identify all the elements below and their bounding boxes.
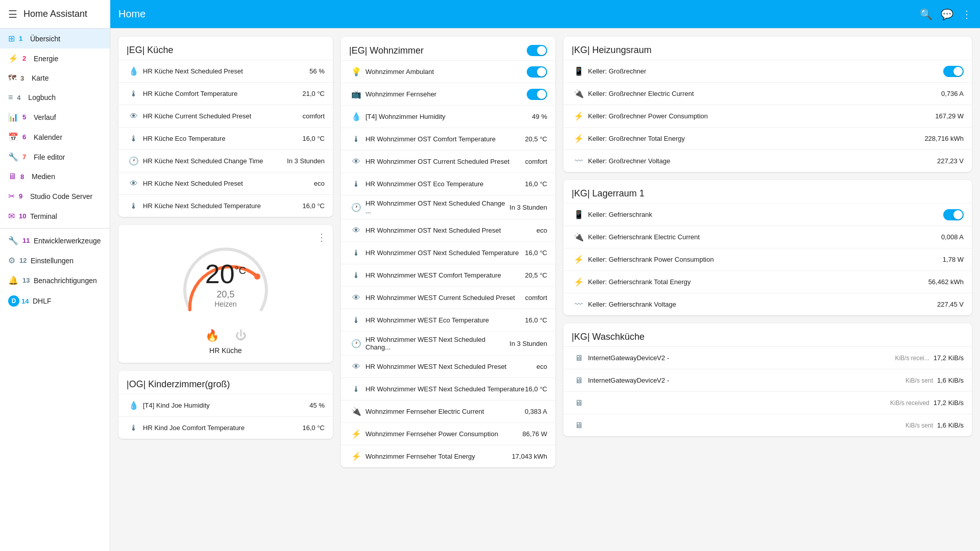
sidebar-label-medien: Medien xyxy=(32,172,55,181)
thermostat-menu-icon[interactable]: ⋮ xyxy=(316,231,327,243)
sidebar-header: ☰ Home Assistant xyxy=(0,0,110,28)
sidebar-item-kalender[interactable]: 📅 6 Kalender xyxy=(0,127,110,147)
main-content: |EG| Küche 💧 HR Küche Next Scheduled Pre… xyxy=(110,29,980,551)
sidebar-item-terminal[interactable]: ✉ 10 Terminal xyxy=(0,206,110,226)
sidebar-item-file-editor[interactable]: 🔧 7 File editor xyxy=(0,147,110,167)
card-title-og-kinderzimmer: |OG| Kinderzimmer(groß) xyxy=(118,371,333,394)
temp-icon: 🌡 xyxy=(127,134,141,143)
svg-point-0 xyxy=(254,273,260,280)
entity-row: 💧 [T4] Wohnzimmer Humidity 49 % xyxy=(341,105,555,128)
sidebar-label-studio-code: Studio Code Server xyxy=(30,192,92,201)
wave-icon: 〰 xyxy=(572,157,586,166)
sidebar-label-kalender: Kalender xyxy=(34,133,62,141)
entity-row: ⚡ Keller: Gefrierschrank Power Consumpti… xyxy=(564,248,972,270)
temp-icon: 🌡 xyxy=(349,385,363,394)
terminal-icon: ✉ xyxy=(8,211,15,221)
entity-row: 🌡 HR Kind Joe Comfort Temperature 16,0 °… xyxy=(118,416,333,439)
entity-row: 📺 Wohnzimmer Fernseher xyxy=(341,83,555,105)
avatar-icon: D xyxy=(8,295,19,307)
sidebar-item-studio-code[interactable]: ✂ 9 Studio Code Server xyxy=(0,186,110,206)
eye-icon: 👁 xyxy=(349,226,363,235)
sidebar-item-notifications[interactable]: 🔔 13 Benachrichtigungen xyxy=(0,270,110,290)
card-kg-waschkueche: |KG| Waschküche 🖥 InternetGatewayDeviceV… xyxy=(564,323,972,436)
entity-row: ⚡ Wohnzimmer Fernseher Power Consumption… xyxy=(341,422,555,445)
sidebar-item-dhlf[interactable]: D 14 DHLF xyxy=(0,290,110,312)
sidebar-item-devtools[interactable]: 🔧 11 Entwicklerwerkzeuge xyxy=(0,231,110,251)
sidebar-label-devtools: Entwicklerwerkzeuge xyxy=(34,237,101,245)
thermostat-current-temp: 20,5 xyxy=(205,289,246,300)
column-3: |KG| Heizungsraum 📱 Keller: Großrechner … xyxy=(564,37,972,543)
thermostat-power-button[interactable]: ⏻ xyxy=(235,329,247,342)
sidebar-label-logbuch: Logbuch xyxy=(28,93,56,102)
entity-row: 🖥 InternetGatewayDeviceV2 - KiB/s recei.… xyxy=(564,346,972,369)
card-kg-lagerraum: |KG| Lagerraum 1 📱 Keller: Gefrierschran… xyxy=(564,180,972,315)
wohnzimmer-main-toggle[interactable] xyxy=(527,45,547,56)
gefrierschrank-toggle[interactable] xyxy=(943,209,964,220)
list-icon: ≡ xyxy=(8,93,13,102)
entity-row: 🌡 HR Wohnzimmer OST Eco Temperature 16,0… xyxy=(341,172,555,195)
entity-row: 〰 Keller: Großrechner Voltage 227,23 V xyxy=(564,149,972,172)
network-icon: 🖥 xyxy=(572,421,586,430)
menu-icon[interactable]: ☰ xyxy=(8,8,17,20)
entity-row: ⚡ Wohnzimmer Fernseher Total Energy 17,0… xyxy=(341,445,555,467)
thermostat-heat-button[interactable]: 🔥 xyxy=(205,329,219,342)
fernseher-toggle[interactable] xyxy=(527,89,547,100)
sidebar-label-terminal: Terminal xyxy=(30,212,57,220)
card-title-row-wohnzimmer: |EG| Wohnzimmer xyxy=(341,37,555,60)
eye-icon: 👁 xyxy=(349,362,363,371)
entity-row: 👁 HR Wohnzimmer OST Current Scheduled Pr… xyxy=(341,150,555,172)
network-icon: 🖥 xyxy=(572,354,586,363)
entity-row: 🖥 KiB/s sent 1,6 KiB/s xyxy=(564,414,972,436)
sidebar-divider xyxy=(0,228,110,229)
temp-icon: 🌡 xyxy=(349,180,363,189)
sidebar-item-settings[interactable]: ⚙ 12 Einstellungen xyxy=(0,251,110,270)
entity-row: 👁 HR Wohnzimmer WEST Current Scheduled P… xyxy=(341,286,555,309)
header-icons: 🔍 💬 ⋮ xyxy=(920,8,972,20)
ambulant-toggle[interactable] xyxy=(527,66,547,78)
bolt-icon: ⚡ xyxy=(349,429,363,439)
grossrechner-toggle[interactable] xyxy=(943,66,964,77)
sidebar-label-file-editor: File editor xyxy=(34,153,65,161)
tv-icon: 📺 xyxy=(349,89,363,99)
sidebar-item-verlauf[interactable]: 📊 5 Verlauf xyxy=(0,107,110,127)
map-icon: 🗺 xyxy=(8,73,16,83)
sidebar-item-logbuch[interactable]: ≡ 4 Logbuch xyxy=(0,88,110,107)
sidebar-item-medien[interactable]: 🖥 8 Medien xyxy=(0,167,110,186)
eye-icon: 👁 xyxy=(349,157,363,166)
thermostat-controls: 🔥 ⏻ xyxy=(205,329,247,342)
card-og-kinderzimmer: |OG| Kinderzimmer(groß) 💧 [T4] Kind Joe … xyxy=(118,371,333,439)
search-icon[interactable]: 🔍 xyxy=(920,8,933,20)
sidebar-item-energie[interactable]: ⚡ 2 Energie xyxy=(0,48,110,68)
card-title-kg-heizungsraum: |KG| Heizungsraum xyxy=(564,37,972,60)
thermostat-temp: 20°C xyxy=(205,261,246,287)
grid-icon: ⊞ xyxy=(8,34,15,43)
wave-icon: 〰 xyxy=(572,300,586,309)
entity-row: 🖥 InternetGatewayDeviceV2 - KiB/s sent 1… xyxy=(564,369,972,391)
clock-icon: 🕐 xyxy=(349,203,363,212)
humidity-icon: 💧 xyxy=(127,400,141,410)
temp-icon: 🌡 xyxy=(127,89,141,98)
entity-row: 🌡 HR Wohnzimmer WEST Next Scheduled Temp… xyxy=(341,378,555,400)
bolt-icon: ⚡ xyxy=(572,134,586,143)
card-title-kg-waschkueche: |KG| Waschküche xyxy=(564,323,972,346)
entity-row: 🌡 HR Küche Eco Temperature 16,0 °C xyxy=(118,127,333,149)
entity-row: 👁 HR Küche Current Scheduled Preset comf… xyxy=(118,105,333,127)
plug-icon: 🔌 xyxy=(572,232,586,242)
bulb-icon: 💡 xyxy=(349,67,363,77)
eye-icon: 👁 xyxy=(349,293,363,303)
card-title-kg-lagerraum: |KG| Lagerraum 1 xyxy=(564,180,972,203)
more-icon[interactable]: ⋮ xyxy=(962,8,972,20)
bolt-icon: ⚡ xyxy=(572,111,586,121)
sidebar-label-notifications: Benachrichtigungen xyxy=(34,277,97,285)
entity-row: 🌡 HR Küche Next Scheduled Temperature 16… xyxy=(118,194,333,217)
sidebar-item-karte[interactable]: 🗺 3 Karte xyxy=(0,68,110,88)
entity-row: 📱 Keller: Großrechner xyxy=(564,60,972,82)
entity-row: ⚡ Keller: Großrechner Power Consumption … xyxy=(564,105,972,127)
app-layout: ⊞ 1 Übersicht ⚡ 2 Energie 🗺 3 Karte ≡ 4 … xyxy=(0,29,980,551)
bolt-icon: ⚡ xyxy=(572,277,586,287)
entity-row: 🔌 Keller: Gefrierschrank Electric Curren… xyxy=(564,226,972,248)
chart-icon: 📊 xyxy=(8,112,18,122)
chat-icon[interactable]: 💬 xyxy=(941,8,953,20)
thermostat-state: Heizen xyxy=(205,300,246,308)
sidebar-item-ubersicht[interactable]: ⊞ 1 Übersicht xyxy=(0,29,110,48)
